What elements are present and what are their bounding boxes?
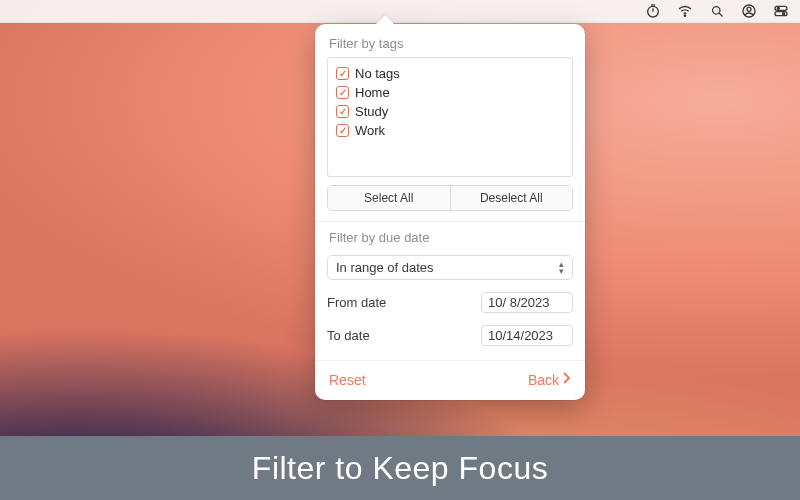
to-date-label: To date [327, 328, 370, 343]
svg-point-2 [712, 6, 720, 14]
checkbox-icon[interactable] [336, 124, 349, 137]
back-button[interactable]: Back [528, 371, 571, 388]
date-range-mode-value: In range of dates [336, 260, 434, 275]
divider [315, 221, 585, 222]
tag-option-label: Home [355, 85, 390, 100]
filter-popover: Filter by tags No tags Home Study Work S… [315, 24, 585, 400]
macos-menubar [0, 0, 800, 23]
svg-point-1 [684, 15, 685, 16]
control-center-icon[interactable] [772, 2, 790, 20]
back-button-label: Back [528, 372, 559, 388]
tag-option-home[interactable]: Home [336, 83, 564, 102]
wifi-icon[interactable] [676, 2, 694, 20]
timer-icon[interactable] [644, 2, 662, 20]
updown-stepper-icon: ▴▾ [559, 261, 564, 275]
promo-caption: Filter to Keep Focus [0, 436, 800, 500]
tag-option-study[interactable]: Study [336, 102, 564, 121]
to-date-field[interactable]: 10/14/2023 [481, 325, 573, 346]
svg-point-7 [777, 7, 779, 9]
popover-arrow [375, 15, 395, 25]
checkbox-icon[interactable] [336, 86, 349, 99]
deselect-all-button[interactable]: Deselect All [451, 186, 573, 210]
tag-list: No tags Home Study Work [327, 57, 573, 177]
tag-option-label: Work [355, 123, 385, 138]
select-deselect-segment: Select All Deselect All [327, 185, 573, 211]
date-range-mode-select[interactable]: In range of dates ▴▾ [327, 255, 573, 280]
tag-option-no-tags[interactable]: No tags [336, 64, 564, 83]
from-date-label: From date [327, 295, 386, 310]
checkbox-icon[interactable] [336, 67, 349, 80]
filter-by-due-date-label: Filter by due date [315, 230, 585, 251]
filter-by-tags-label: Filter by tags [315, 36, 585, 57]
tag-option-work[interactable]: Work [336, 121, 564, 140]
search-icon[interactable] [708, 2, 726, 20]
tag-option-label: Study [355, 104, 388, 119]
select-all-button[interactable]: Select All [328, 186, 451, 210]
reset-button[interactable]: Reset [329, 372, 366, 388]
from-date-field[interactable]: 10/ 8/2023 [481, 292, 573, 313]
chevron-right-icon [561, 371, 571, 388]
checkbox-icon[interactable] [336, 105, 349, 118]
tag-option-label: No tags [355, 66, 400, 81]
svg-point-4 [747, 7, 751, 11]
user-icon[interactable] [740, 2, 758, 20]
svg-point-8 [783, 13, 785, 15]
